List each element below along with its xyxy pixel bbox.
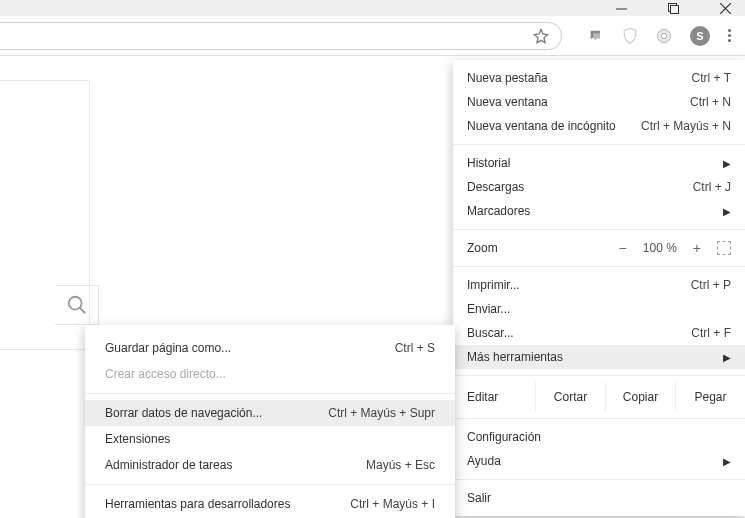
submenu-create-shortcut: Crear acceso directo... (85, 361, 455, 387)
submenu-save-page[interactable]: Guardar página como... Ctrl + S (85, 335, 455, 361)
close-window-button[interactable] (719, 2, 731, 14)
menu-item-label: Configuración (467, 430, 541, 444)
more-tools-submenu: Guardar página como... Ctrl + S Crear ac… (85, 325, 455, 518)
chevron-right-icon: ▶ (723, 158, 731, 169)
menu-item-label: Historial (467, 156, 510, 170)
browser-toolbar: S (0, 16, 745, 56)
edit-label: Editar (453, 382, 535, 412)
submenu-item-label: Administrador de tareas (105, 458, 232, 472)
chevron-right-icon: ▶ (723, 456, 731, 467)
zoom-label: Zoom (467, 241, 498, 255)
menu-history[interactable]: Historial ▶ (453, 151, 745, 175)
submenu-item-label: Borrar datos de navegación... (105, 406, 262, 420)
submenu-item-label: Crear acceso directo... (105, 367, 226, 381)
search-icon (66, 294, 88, 316)
menu-item-label: Nueva ventana de incógnito (467, 119, 616, 133)
menu-item-shortcut: Ctrl + J (693, 180, 731, 194)
menu-settings[interactable]: Configuración (453, 425, 745, 449)
zoom-in-button[interactable]: + (693, 240, 701, 256)
menu-zoom: Zoom − 100 % + (453, 236, 745, 260)
menu-item-label: Marcadores (467, 204, 530, 218)
menu-item-label: Más herramientas (467, 350, 563, 364)
menu-help[interactable]: Ayuda ▶ (453, 449, 745, 473)
menu-incognito[interactable]: Nueva ventana de incógnito Ctrl + Mayús … (453, 114, 745, 138)
menu-item-shortcut: Ctrl + Mayús + N (641, 119, 731, 133)
chrome-icon[interactable] (656, 28, 672, 44)
copy-button[interactable]: Copiar (605, 382, 675, 412)
submenu-item-label: Guardar página como... (105, 341, 231, 355)
address-bar[interactable] (0, 22, 562, 50)
submenu-item-label: Herramientas para desarrolladores (105, 497, 290, 511)
menu-exit[interactable]: Salir (453, 486, 745, 510)
menu-new-tab[interactable]: Nueva pestaña Ctrl + T (453, 66, 745, 90)
paste-button[interactable]: Pegar (675, 382, 745, 412)
menu-edit-row: Editar Cortar Copiar Pegar (453, 382, 745, 412)
shield-icon[interactable] (622, 28, 638, 44)
menu-item-label: Descargas (467, 180, 524, 194)
menu-send[interactable]: Enviar... (453, 297, 745, 321)
menu-item-shortcut: Ctrl + T (692, 71, 731, 85)
fullscreen-icon[interactable] (717, 241, 731, 255)
menu-find[interactable]: Buscar... Ctrl + F (453, 321, 745, 345)
submenu-clear-browsing-data[interactable]: Borrar datos de navegación... Ctrl + May… (85, 400, 455, 426)
cut-button[interactable]: Cortar (535, 382, 605, 412)
svg-point-6 (661, 33, 666, 38)
menu-item-label: Nueva pestaña (467, 71, 548, 85)
submenu-dev-tools[interactable]: Herramientas para desarrolladores Ctrl +… (85, 491, 455, 517)
menu-item-label: Buscar... (467, 326, 514, 340)
submenu-extensions[interactable]: Extensiones (85, 426, 455, 452)
menu-item-shortcut: Ctrl + N (690, 95, 731, 109)
zoom-out-button[interactable]: − (619, 240, 627, 256)
menu-more-tools[interactable]: Más herramientas ▶ (453, 345, 745, 369)
star-icon[interactable] (533, 28, 549, 44)
menu-item-label: Ayuda (467, 454, 501, 468)
submenu-item-shortcut: Ctrl + Mayús + I (350, 497, 435, 511)
maximize-button[interactable] (667, 2, 679, 14)
profile-avatar[interactable]: S (690, 26, 710, 46)
menu-item-label: Salir (467, 491, 491, 505)
search-box[interactable] (55, 285, 99, 325)
submenu-item-shortcut: Ctrl + S (395, 341, 435, 355)
menu-item-shortcut: Ctrl + F (691, 326, 731, 340)
menu-button[interactable] (728, 29, 731, 42)
menu-downloads[interactable]: Descargas Ctrl + J (453, 175, 745, 199)
menu-item-shortcut: Ctrl + P (691, 278, 731, 292)
chevron-right-icon: ▶ (723, 206, 731, 217)
main-menu: Nueva pestaña Ctrl + T Nueva ventana Ctr… (453, 60, 745, 516)
menu-item-label: Enviar... (467, 302, 510, 316)
chevron-right-icon: ▶ (723, 352, 731, 363)
submenu-item-shortcut: Ctrl + Mayús + Supr (328, 406, 435, 420)
menu-bookmarks[interactable]: Marcadores ▶ (453, 199, 745, 223)
zoom-value: 100 % (643, 241, 677, 255)
submenu-task-manager[interactable]: Administrador de tareas Mayús + Esc (85, 452, 455, 478)
window-titlebar (0, 0, 745, 16)
menu-new-window[interactable]: Nueva ventana Ctrl + N (453, 90, 745, 114)
menu-item-label: Imprimir... (467, 278, 520, 292)
submenu-item-shortcut: Mayús + Esc (366, 458, 435, 472)
submenu-item-label: Extensiones (105, 432, 170, 446)
chat-icon[interactable] (588, 28, 604, 44)
menu-print[interactable]: Imprimir... Ctrl + P (453, 273, 745, 297)
minimize-button[interactable] (615, 2, 627, 14)
svg-line-8 (79, 308, 85, 314)
menu-item-label: Nueva ventana (467, 95, 548, 109)
svg-point-7 (68, 297, 81, 310)
svg-rect-2 (670, 5, 678, 13)
